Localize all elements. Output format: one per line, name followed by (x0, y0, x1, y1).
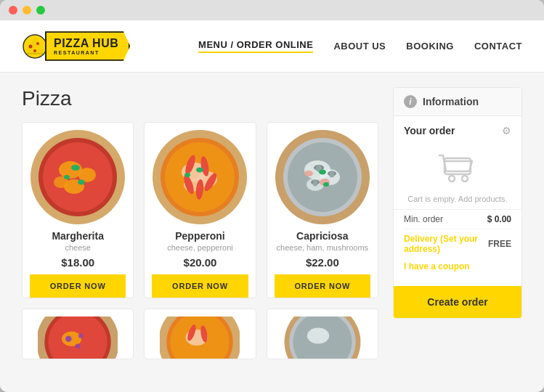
pizza-img-pepperoni (153, 130, 247, 224)
svg-point-3 (33, 49, 36, 52)
content-area: Pizza (22, 87, 378, 377)
logo-sub-text: RESTAURANT (54, 50, 100, 55)
sidebar: i Information Your order ⚙ (393, 87, 522, 377)
logo-pizza-icon (22, 33, 48, 60)
pizza-ingredients-margherita: cheese (65, 243, 90, 252)
svg-point-26 (196, 168, 203, 173)
svg-point-12 (78, 180, 85, 185)
svg-point-64 (307, 328, 329, 344)
pizza-svg-extra2 (160, 317, 240, 359)
cart-empty-text: Cart is empty. Add products. (407, 195, 507, 203)
order-btn-pepperoni[interactable]: ORDER NOW (152, 274, 248, 298)
svg-point-43 (319, 170, 326, 175)
pizza-price-pepperoni: $20.00 (184, 256, 217, 269)
svg-point-68 (462, 176, 468, 181)
svg-point-38 (329, 171, 334, 178)
cart-icon (436, 152, 479, 189)
create-order-button[interactable]: Create order (394, 286, 521, 318)
svg-point-2 (36, 42, 39, 45)
browser-window: PIZZA HUB RESTAURANT MENU / ORDER ONLINE… (0, 0, 544, 392)
pizza-card-extra1 (22, 309, 134, 359)
pizza-grid-row2 (22, 309, 378, 359)
main-nav: MENU / ORDER ONLINE ABOUT US BOOKING CON… (198, 39, 522, 53)
maximize-dot (36, 6, 45, 15)
svg-point-6 (43, 142, 113, 212)
page-title: Pizza (22, 87, 378, 110)
min-order-label: Min. order (404, 214, 443, 224)
min-order-row: Min. order $ 0.00 (404, 210, 511, 229)
order-btn-margherita[interactable]: ORDER NOW (30, 274, 126, 298)
your-order-header: Your order ⚙ (394, 116, 521, 141)
svg-point-27 (184, 173, 190, 177)
svg-point-42 (304, 171, 313, 176)
pizza-img-capriciosa (275, 130, 370, 224)
main-layout: Pizza (0, 73, 544, 392)
cart-area: Cart is empty. Add products. (394, 141, 521, 209)
pizza-price-margherita: $18.00 (61, 256, 94, 269)
browser-content: PIZZA HUB RESTAURANT MENU / ORDER ONLINE… (0, 20, 544, 392)
gear-icon[interactable]: ⚙ (502, 125, 511, 136)
nav-item-menu[interactable]: MENU / ORDER ONLINE (198, 39, 313, 53)
info-panel-header: i Information (394, 88, 521, 116)
svg-point-11 (71, 165, 80, 171)
nav-item-about[interactable]: ABOUT US (333, 41, 386, 52)
minimize-dot (23, 6, 31, 15)
logo-area[interactable]: PIZZA HUB RESTAURANT (22, 31, 130, 61)
pizza-ingredients-capriciosa: cheese, ham, mushrooms (277, 243, 369, 252)
pizza-svg-capriciosa (275, 130, 370, 224)
svg-point-13 (64, 175, 70, 179)
pizza-ingredients-pepperoni: cheese, pepperoni (167, 243, 233, 252)
svg-point-44 (323, 182, 329, 187)
pizza-price-capriciosa: $22.00 (306, 256, 339, 269)
pizza-svg-pepperoni (153, 130, 247, 224)
info-icon: i (404, 95, 417, 108)
order-btn-capriciosa[interactable]: ORDER NOW (275, 274, 370, 298)
title-bar (0, 0, 544, 20)
pizza-img-margherita (31, 130, 125, 224)
nav-item-contact[interactable]: CONTACT (474, 41, 522, 52)
pizza-name-pepperoni: Pepperoni (175, 230, 224, 242)
coupon-link[interactable]: I have a coupon (404, 258, 511, 274)
min-order-value: $ 0.00 (487, 214, 511, 224)
nav-item-booking[interactable]: BOOKING (406, 41, 454, 52)
svg-point-52 (76, 344, 81, 349)
info-panel-title: Information (423, 96, 479, 107)
pizza-card-margherita: Margherita cheese $18.00 ORDER NOW (22, 122, 134, 298)
order-details: Min. order $ 0.00 Delivery (Set your add… (394, 209, 521, 282)
pizza-card-extra2 (144, 309, 256, 359)
pizza-card-capriciosa: Capriciosa cheese, ham, mushrooms $22.00… (267, 122, 378, 298)
svg-point-40 (312, 180, 317, 187)
svg-point-1 (29, 44, 33, 48)
delivery-link[interactable]: Delivery (Set your address) (404, 234, 488, 254)
svg-point-51 (78, 333, 84, 338)
svg-point-67 (449, 176, 455, 181)
svg-point-50 (65, 336, 71, 342)
pizza-name-margherita: Margherita (52, 230, 104, 242)
pizza-grid: Margherita cheese $18.00 ORDER NOW (22, 122, 378, 298)
close-dot (9, 6, 17, 15)
delivery-value: FREE (488, 239, 511, 249)
delivery-row: Delivery (Set your address) FREE (404, 229, 511, 258)
logo-box: PIZZA HUB RESTAURANT (45, 31, 130, 61)
info-panel: i Information Your order ⚙ (393, 87, 522, 319)
pizza-svg-extra1 (38, 317, 118, 359)
logo-main-text: PIZZA HUB (54, 37, 118, 50)
pizza-svg-margherita (31, 130, 125, 224)
your-order-title: Your order (404, 125, 455, 136)
pizza-card-pepperoni: Pepperoni cheese, pepperoni $20.00 ORDER… (144, 122, 256, 298)
site-header: PIZZA HUB RESTAURANT MENU / ORDER ONLINE… (0, 20, 544, 73)
pizza-svg-extra3 (283, 317, 362, 359)
pizza-name-capriciosa: Capriciosa (296, 230, 349, 242)
pizza-card-extra3 (267, 309, 378, 359)
